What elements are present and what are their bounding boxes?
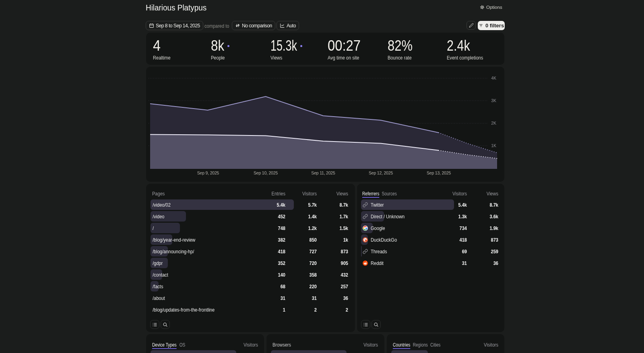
svg-text:Sep 9, 2025: Sep 9, 2025 bbox=[197, 170, 219, 175]
svg-text:Sep 11, 2025: Sep 11, 2025 bbox=[311, 170, 335, 175]
svg-text:2K: 2K bbox=[491, 121, 496, 125]
svg-text:3K: 3K bbox=[491, 98, 496, 103]
svg-text:Sep 10, 2025: Sep 10, 2025 bbox=[254, 170, 278, 175]
svg-text:4K: 4K bbox=[491, 76, 496, 80]
svg-text:Sep 12, 2025: Sep 12, 2025 bbox=[369, 170, 393, 175]
svg-text:1K: 1K bbox=[491, 143, 496, 148]
svg-text:Sep 13, 2025: Sep 13, 2025 bbox=[427, 170, 451, 175]
